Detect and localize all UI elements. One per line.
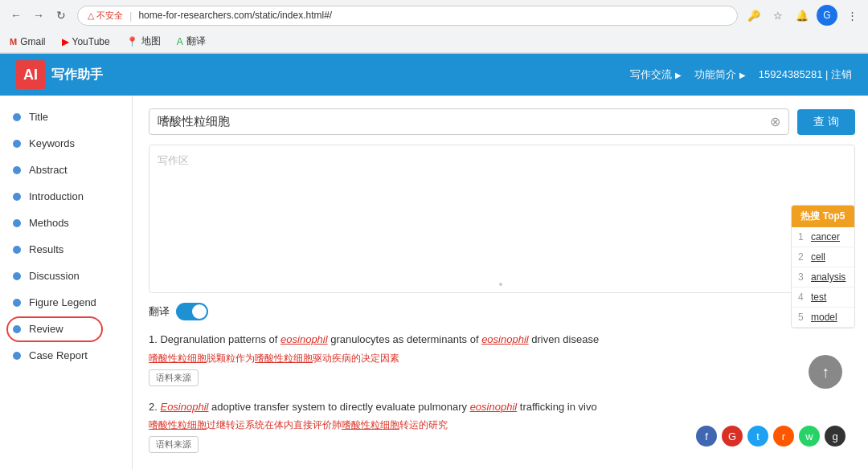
- nav-writing-exchange[interactable]: 写作交流 ▶: [630, 67, 682, 82]
- facebook-icon[interactable]: f: [696, 426, 717, 447]
- result-text-1b: granulocytes as determinants of: [328, 333, 482, 345]
- result-number-2: 2.: [149, 401, 160, 413]
- google-icon[interactable]: G: [722, 426, 743, 447]
- bookmark-translate-label: 翻译: [186, 35, 206, 48]
- github-icon[interactable]: g: [825, 426, 845, 447]
- browser-actions: 🔑 ☆ 🔔 G ⋮: [744, 5, 862, 26]
- bookmark-maps[interactable]: 📍 地图: [123, 33, 164, 50]
- hot-item-1[interactable]: 1 cancer: [792, 227, 854, 247]
- app-logo: AI 写作助手: [16, 60, 103, 89]
- dot-results: [13, 246, 21, 254]
- sidebar-label-title: Title: [29, 111, 48, 123]
- source-badge-label-1: 语料来源: [156, 372, 191, 384]
- browser-chrome: ← → ↻ △ 不安全 | home-for-researchers.com/s…: [0, 0, 868, 54]
- sidebar-label-figure-legend: Figure Legend: [29, 296, 96, 308]
- security-text: 不安全: [96, 10, 123, 22]
- scroll-up-button[interactable]: ↑: [809, 355, 842, 389]
- key-icon[interactable]: 🔑: [744, 6, 764, 25]
- reddit-icon[interactable]: r: [773, 426, 794, 447]
- logo-icon: AI: [16, 60, 45, 89]
- back-button[interactable]: ←: [6, 6, 26, 25]
- dot-discussion: [13, 272, 21, 280]
- nav-arrow-1: ▶: [675, 71, 682, 80]
- result-title-2: 2. Eosinophil adoptive transfer system t…: [149, 399, 855, 415]
- source-badge-1[interactable]: 语料来源: [149, 369, 199, 386]
- address-text: home-for-researchers.com/static/index.ht…: [138, 10, 727, 21]
- result-title-1: 1. Degranulation patterns of eosinophil …: [149, 332, 855, 348]
- nav-features[interactable]: 功能简介 ▶: [694, 67, 746, 82]
- translation-text-1a: 脱颗粒作为: [207, 353, 255, 364]
- hot-item-4[interactable]: 4 test: [792, 288, 854, 308]
- menu-icon[interactable]: ⋮: [842, 6, 862, 25]
- sidebar-label-case-report: Case Report: [29, 349, 88, 361]
- toggle-knob: [192, 304, 207, 319]
- bookmark-gmail-label: Gmail: [20, 36, 45, 47]
- social-bar: f G t r w g: [686, 419, 855, 453]
- dot-title: [13, 113, 21, 121]
- bookmarks-bar: M Gmail ▶ YouTube 📍 地图 A 翻译: [0, 31, 868, 53]
- gmail-icon: M: [10, 37, 17, 47]
- hot-rank-4: 4: [798, 292, 808, 303]
- sidebar-item-keywords[interactable]: Keywords: [0, 130, 132, 157]
- translate-icon: A: [177, 36, 183, 47]
- search-clear-button[interactable]: ⊗: [770, 114, 780, 129]
- bookmark-maps-label: 地图: [141, 35, 161, 48]
- sidebar-item-results[interactable]: Results: [0, 236, 132, 263]
- hot-rank-2: 2: [798, 251, 808, 263]
- hot-term-2: cell: [811, 251, 825, 263]
- maps-icon: 📍: [126, 36, 138, 47]
- search-input[interactable]: [158, 115, 770, 128]
- translation-text-2a: 过继转运系统在体内直接评价肺: [207, 419, 342, 430]
- writing-cursor-dot: [499, 283, 502, 286]
- bookmark-gmail[interactable]: M Gmail: [6, 35, 49, 49]
- result-translation-1: 嗜酸性粒细胞脱颗粒作为嗜酸性粒细胞驱动疾病的决定因素: [149, 351, 855, 365]
- translation-text-1b: 驱动疾病的决定因素: [313, 353, 399, 364]
- nav-arrow-2: ▶: [739, 71, 746, 80]
- translation-underline-2a: 嗜酸性粒细胞: [149, 419, 207, 430]
- bookmark-translate[interactable]: A 翻译: [174, 33, 209, 50]
- reload-button[interactable]: ↻: [51, 6, 71, 25]
- address-bar[interactable]: △ 不安全 | home-for-researchers.com/static/…: [77, 6, 738, 26]
- hot-item-5[interactable]: 5 model: [792, 308, 854, 328]
- translate-toggle[interactable]: [176, 303, 208, 320]
- bookmark-youtube[interactable]: ▶ YouTube: [59, 35, 113, 49]
- forward-button[interactable]: →: [29, 6, 48, 25]
- result-em-1a: eosinophil: [280, 333, 328, 345]
- translation-underline-2b: 嗜酸性粒细胞: [342, 419, 399, 430]
- hot-term-5: model: [811, 312, 837, 323]
- youtube-icon: ▶: [62, 36, 69, 47]
- dot-introduction: [13, 193, 21, 201]
- result-em-1b: eosinophil: [481, 333, 529, 345]
- search-container: ⊗ 查 询: [149, 108, 855, 135]
- hot-item-3[interactable]: 3 analysis: [792, 267, 854, 288]
- hot-panel-header: 热搜 Top5: [792, 206, 854, 227]
- sidebar-item-abstract[interactable]: Abstract: [0, 157, 132, 183]
- writing-area[interactable]: 写作区: [149, 145, 855, 293]
- hot-item-2[interactable]: 2 cell: [792, 247, 854, 267]
- star-icon[interactable]: ☆: [768, 6, 788, 25]
- header-nav: 写作交流 ▶ 功能简介 ▶ 15924385281 | 注销: [630, 67, 852, 82]
- sidebar-item-discussion[interactable]: Discussion: [0, 263, 132, 289]
- content-area: ⊗ 查 询 写作区 翻译: [133, 96, 868, 469]
- bookmark-youtube-label: YouTube: [72, 36, 110, 47]
- writing-placeholder: 写作区: [158, 154, 189, 166]
- search-input-wrapper[interactable]: ⊗: [149, 108, 789, 135]
- sidebar-item-title[interactable]: Title: [0, 104, 132, 130]
- sidebar-item-introduction[interactable]: Introduction: [0, 183, 132, 210]
- source-badge-2[interactable]: 语料来源: [149, 436, 199, 453]
- twitter-icon[interactable]: t: [747, 426, 768, 447]
- nav-phone-logout[interactable]: 15924385281 | 注销: [759, 67, 852, 82]
- hot-panel: 热搜 Top5 1 cancer 2 cell 3 analysis 4: [791, 205, 855, 328]
- search-button[interactable]: 查 询: [797, 109, 855, 135]
- sidebar-label-abstract: Abstract: [29, 164, 68, 176]
- sidebar-item-methods[interactable]: Methods: [0, 210, 132, 236]
- translate-row: 翻译: [149, 303, 855, 320]
- sidebar-item-case-report[interactable]: Case Report: [0, 342, 132, 369]
- sidebar-item-review[interactable]: Review: [0, 316, 132, 342]
- bell-icon[interactable]: 🔔: [792, 6, 812, 25]
- whatsapp-icon[interactable]: w: [799, 426, 820, 447]
- sidebar-label-methods: Methods: [29, 217, 69, 229]
- profile-avatar[interactable]: G: [817, 5, 837, 26]
- nav-writing-exchange-label: 写作交流: [630, 67, 672, 82]
- sidebar-item-figure-legend[interactable]: Figure Legend: [0, 289, 132, 316]
